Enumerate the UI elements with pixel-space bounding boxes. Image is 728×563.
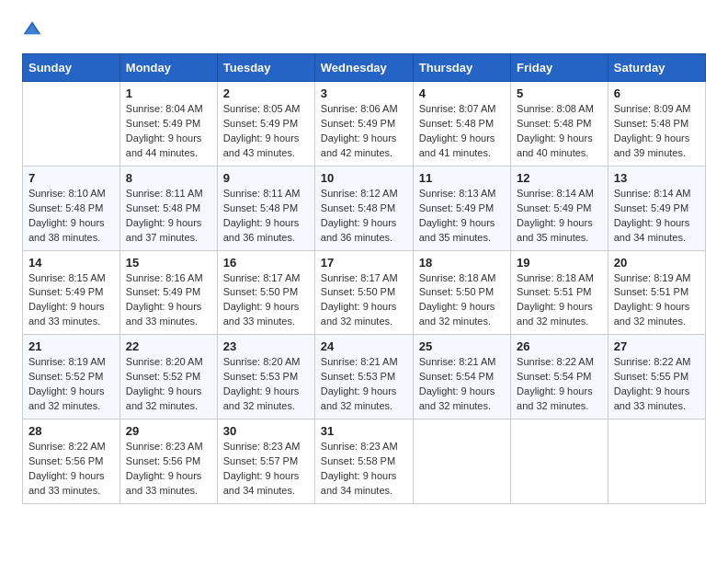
- week-row-0: 1Sunrise: 8:04 AM Sunset: 5:49 PM Daylig…: [23, 82, 706, 167]
- day-number: 27: [614, 339, 700, 353]
- day-number: 16: [223, 256, 309, 270]
- day-number: 8: [126, 171, 211, 185]
- day-number: 1: [126, 86, 211, 100]
- calendar-body: 1Sunrise: 8:04 AM Sunset: 5:49 PM Daylig…: [23, 82, 706, 504]
- calendar-cell: 16Sunrise: 8:17 AM Sunset: 5:50 PM Dayli…: [217, 250, 314, 335]
- header-cell-monday: Monday: [119, 54, 217, 82]
- calendar-cell: 4Sunrise: 8:07 AM Sunset: 5:48 PM Daylig…: [413, 82, 510, 167]
- day-number: 25: [419, 339, 505, 353]
- calendar-cell: [413, 419, 510, 504]
- calendar-cell: 30Sunrise: 8:23 AM Sunset: 5:57 PM Dayli…: [217, 419, 314, 504]
- calendar-header: SundayMondayTuesdayWednesdayThursdayFrid…: [23, 54, 706, 82]
- cell-content: Sunrise: 8:23 AM Sunset: 5:57 PM Dayligh…: [223, 440, 309, 499]
- cell-content: Sunrise: 8:22 AM Sunset: 5:56 PM Dayligh…: [28, 440, 114, 499]
- calendar-cell: 31Sunrise: 8:23 AM Sunset: 5:58 PM Dayli…: [314, 419, 413, 504]
- day-number: 10: [321, 171, 407, 185]
- day-number: 17: [321, 256, 407, 270]
- cell-content: Sunrise: 8:11 AM Sunset: 5:48 PM Dayligh…: [126, 187, 211, 246]
- header: [22, 18, 706, 39]
- calendar-cell: 23Sunrise: 8:20 AM Sunset: 5:53 PM Dayli…: [217, 335, 314, 419]
- calendar-cell: 7Sunrise: 8:10 AM Sunset: 5:48 PM Daylig…: [23, 166, 120, 250]
- week-row-4: 28Sunrise: 8:22 AM Sunset: 5:56 PM Dayli…: [23, 419, 706, 504]
- day-number: 12: [517, 171, 602, 185]
- cell-content: Sunrise: 8:14 AM Sunset: 5:49 PM Dayligh…: [517, 187, 602, 246]
- calendar-cell: 10Sunrise: 8:12 AM Sunset: 5:48 PM Dayli…: [314, 166, 413, 250]
- cell-content: Sunrise: 8:07 AM Sunset: 5:48 PM Dayligh…: [419, 102, 505, 161]
- cell-content: Sunrise: 8:11 AM Sunset: 5:48 PM Dayligh…: [223, 187, 309, 246]
- calendar-cell: 13Sunrise: 8:14 AM Sunset: 5:49 PM Dayli…: [608, 166, 705, 250]
- day-number: 28: [28, 424, 114, 438]
- day-number: 26: [517, 339, 602, 353]
- calendar-cell: 27Sunrise: 8:22 AM Sunset: 5:55 PM Dayli…: [608, 335, 705, 419]
- calendar-cell: [608, 419, 705, 504]
- day-number: 13: [614, 171, 700, 185]
- cell-content: Sunrise: 8:05 AM Sunset: 5:49 PM Dayligh…: [223, 102, 309, 161]
- cell-content: Sunrise: 8:20 AM Sunset: 5:52 PM Dayligh…: [126, 355, 211, 414]
- day-number: 2: [223, 86, 309, 100]
- header-cell-saturday: Saturday: [608, 54, 705, 82]
- calendar-cell: 1Sunrise: 8:04 AM Sunset: 5:49 PM Daylig…: [119, 82, 217, 167]
- day-number: 23: [223, 339, 309, 353]
- day-number: 30: [223, 424, 309, 438]
- cell-content: Sunrise: 8:17 AM Sunset: 5:50 PM Dayligh…: [223, 271, 309, 330]
- calendar-cell: 3Sunrise: 8:06 AM Sunset: 5:49 PM Daylig…: [314, 82, 413, 167]
- day-number: 24: [321, 339, 407, 353]
- cell-content: Sunrise: 8:17 AM Sunset: 5:50 PM Dayligh…: [321, 271, 407, 330]
- cell-content: Sunrise: 8:09 AM Sunset: 5:48 PM Dayligh…: [614, 102, 700, 161]
- calendar-cell: 29Sunrise: 8:23 AM Sunset: 5:56 PM Dayli…: [119, 419, 217, 504]
- calendar-cell: 9Sunrise: 8:11 AM Sunset: 5:48 PM Daylig…: [217, 166, 314, 250]
- day-number: 20: [614, 256, 700, 270]
- day-number: 19: [517, 256, 602, 270]
- cell-content: Sunrise: 8:12 AM Sunset: 5:48 PM Dayligh…: [321, 187, 407, 246]
- cell-content: Sunrise: 8:16 AM Sunset: 5:49 PM Dayligh…: [126, 271, 211, 330]
- cell-content: Sunrise: 8:18 AM Sunset: 5:50 PM Dayligh…: [419, 271, 505, 330]
- header-row: SundayMondayTuesdayWednesdayThursdayFrid…: [23, 54, 706, 82]
- logo: [22, 18, 46, 39]
- calendar-cell: 18Sunrise: 8:18 AM Sunset: 5:50 PM Dayli…: [413, 250, 510, 335]
- cell-content: Sunrise: 8:23 AM Sunset: 5:56 PM Dayligh…: [126, 440, 211, 499]
- cell-content: Sunrise: 8:20 AM Sunset: 5:53 PM Dayligh…: [223, 355, 309, 414]
- cell-content: Sunrise: 8:04 AM Sunset: 5:49 PM Dayligh…: [126, 102, 211, 161]
- week-row-1: 7Sunrise: 8:10 AM Sunset: 5:48 PM Daylig…: [23, 166, 706, 250]
- calendar-cell: 12Sunrise: 8:14 AM Sunset: 5:49 PM Dayli…: [511, 166, 609, 250]
- day-number: 15: [126, 256, 211, 270]
- calendar-cell: 22Sunrise: 8:20 AM Sunset: 5:52 PM Dayli…: [119, 335, 217, 419]
- calendar-cell: 2Sunrise: 8:05 AM Sunset: 5:49 PM Daylig…: [217, 82, 314, 167]
- header-cell-sunday: Sunday: [23, 54, 120, 82]
- header-cell-wednesday: Wednesday: [314, 54, 413, 82]
- calendar-cell: 28Sunrise: 8:22 AM Sunset: 5:56 PM Dayli…: [23, 419, 120, 504]
- cell-content: Sunrise: 8:06 AM Sunset: 5:49 PM Dayligh…: [321, 102, 407, 161]
- calendar-cell: 25Sunrise: 8:21 AM Sunset: 5:54 PM Dayli…: [413, 335, 510, 419]
- calendar-cell: 26Sunrise: 8:22 AM Sunset: 5:54 PM Dayli…: [511, 335, 609, 419]
- day-number: 21: [28, 339, 114, 353]
- cell-content: Sunrise: 8:18 AM Sunset: 5:51 PM Dayligh…: [517, 271, 602, 330]
- day-number: 6: [614, 86, 700, 100]
- day-number: 5: [517, 86, 602, 100]
- header-cell-friday: Friday: [511, 54, 609, 82]
- day-number: 31: [321, 424, 407, 438]
- cell-content: Sunrise: 8:22 AM Sunset: 5:54 PM Dayligh…: [517, 355, 602, 414]
- cell-content: Sunrise: 8:14 AM Sunset: 5:49 PM Dayligh…: [614, 187, 700, 246]
- day-number: 9: [223, 171, 309, 185]
- day-number: 18: [419, 256, 505, 270]
- week-row-2: 14Sunrise: 8:15 AM Sunset: 5:49 PM Dayli…: [23, 250, 706, 335]
- calendar-table: SundayMondayTuesdayWednesdayThursdayFrid…: [22, 53, 706, 504]
- calendar-cell: 17Sunrise: 8:17 AM Sunset: 5:50 PM Dayli…: [314, 250, 413, 335]
- day-number: 22: [126, 339, 211, 353]
- day-number: 29: [126, 424, 211, 438]
- cell-content: Sunrise: 8:13 AM Sunset: 5:49 PM Dayligh…: [419, 187, 505, 246]
- calendar-cell: 11Sunrise: 8:13 AM Sunset: 5:49 PM Dayli…: [413, 166, 510, 250]
- calendar-cell: [23, 82, 120, 167]
- logo-icon: [22, 18, 42, 39]
- calendar-cell: 21Sunrise: 8:19 AM Sunset: 5:52 PM Dayli…: [23, 335, 120, 419]
- cell-content: Sunrise: 8:19 AM Sunset: 5:52 PM Dayligh…: [28, 355, 114, 414]
- calendar-cell: 15Sunrise: 8:16 AM Sunset: 5:49 PM Dayli…: [119, 250, 217, 335]
- calendar-cell: 8Sunrise: 8:11 AM Sunset: 5:48 PM Daylig…: [119, 166, 217, 250]
- cell-content: Sunrise: 8:08 AM Sunset: 5:48 PM Dayligh…: [517, 102, 602, 161]
- cell-content: Sunrise: 8:10 AM Sunset: 5:48 PM Dayligh…: [28, 187, 114, 246]
- cell-content: Sunrise: 8:21 AM Sunset: 5:53 PM Dayligh…: [321, 355, 407, 414]
- day-number: 3: [321, 86, 407, 100]
- header-cell-thursday: Thursday: [413, 54, 510, 82]
- header-cell-tuesday: Tuesday: [217, 54, 314, 82]
- day-number: 7: [28, 171, 114, 185]
